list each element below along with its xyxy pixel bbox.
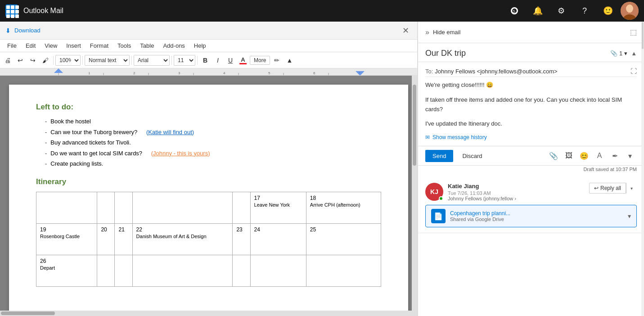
attachment-subtitle: Shared via Google Drive xyxy=(450,217,623,222)
close-editor-button[interactable]: ✕ xyxy=(399,24,412,37)
table-cell xyxy=(115,192,132,223)
signature-icon[interactable]: ✒ xyxy=(608,149,621,163)
download-button[interactable]: Download xyxy=(14,27,41,34)
compose-toolbar: Send Discard 📎 🖼 😊 A ✒ ▾ xyxy=(418,146,644,166)
document-area: Left to do: - Book the hostel - Can we t… xyxy=(0,76,417,316)
email-scrollbar[interactable] xyxy=(641,22,644,316)
table-cell xyxy=(36,192,97,223)
heading-itinerary: Itinerary xyxy=(36,177,381,186)
menu-insert[interactable]: Insert xyxy=(63,41,85,50)
to-field: To: Johnny Fellows <johnny.fellows@outlo… xyxy=(425,66,637,77)
send-button[interactable]: Send xyxy=(425,150,453,162)
show-message-history-button[interactable]: ✉ Show message history xyxy=(425,132,637,142)
svg-text:5: 5 xyxy=(268,71,270,75)
discard-button[interactable]: Discard xyxy=(457,150,487,162)
svg-text:3: 3 xyxy=(178,71,180,75)
insert-image-icon[interactable]: 🖼 xyxy=(562,149,576,163)
table-cell xyxy=(233,192,250,223)
table-cell-24: 24 xyxy=(250,223,306,255)
attachment-filename: Copenhagen trip planni... xyxy=(450,210,623,217)
menu-edit[interactable]: Edit xyxy=(22,41,39,50)
avatar[interactable] xyxy=(621,2,639,20)
todo-list: - Book the hostel - Can we tour the Tubo… xyxy=(45,117,381,168)
itinerary-table: 17 Leave New York 18 Arrive CPH (afterno… xyxy=(36,192,381,287)
envelope-icon: ✉ xyxy=(425,134,430,140)
editor-hscrollbar[interactable] xyxy=(0,311,412,316)
table-cell-26: 26 Depart xyxy=(36,255,97,286)
svg-point-4 xyxy=(626,5,633,13)
text-format-icon[interactable]: A xyxy=(593,149,606,163)
svg-text:6: 6 xyxy=(313,71,315,75)
reply-icon: ↩ xyxy=(594,185,599,191)
svg-text:S: S xyxy=(513,9,515,14)
message-time: Tue 7/26, 11:03 AM xyxy=(448,190,585,196)
menu-file[interactable]: File xyxy=(4,41,20,50)
compose-body[interactable]: We're getting close!!!!!! 😄 If taken off… xyxy=(425,77,637,132)
attachment-expand-icon[interactable]: ▾ xyxy=(628,212,631,220)
print-icon[interactable]: 🖨 xyxy=(2,54,14,66)
online-status-dot xyxy=(439,196,443,201)
italic-button[interactable]: I xyxy=(212,54,224,66)
attachment-count: 📎 1 ▾ xyxy=(610,50,627,57)
editor-panel: ⬇ Download ✕ File Edit View Insert Forma… xyxy=(0,22,418,316)
table-cell-25: 25 xyxy=(306,223,381,255)
table-cell-19: 19 Rosenborg Castle xyxy=(36,223,97,255)
toolbar: 🖨 ↩ ↪ 🖌 100% Normal text Arial 11 B I U xyxy=(0,52,417,68)
menu-view[interactable]: View xyxy=(41,41,61,50)
menu-table[interactable]: Table xyxy=(136,41,158,50)
font-select[interactable]: Arial xyxy=(134,55,170,66)
more-options-icon[interactable]: ▾ xyxy=(623,149,637,163)
expand-email-icon[interactable]: ⬚ xyxy=(630,28,637,36)
reply-action-group: ↩ Reply all ▾ xyxy=(589,183,637,194)
gear-icon[interactable]: ⚙ xyxy=(550,0,572,22)
table-cell-20: 20 xyxy=(97,223,115,255)
list-item: - Book the hostel xyxy=(45,117,381,126)
collapse-toolbar-icon[interactable]: ▲ xyxy=(284,54,295,66)
font-color-button[interactable]: A xyxy=(237,54,249,66)
table-cell xyxy=(233,255,250,286)
emoji-picker-icon[interactable]: 😊 xyxy=(577,149,591,163)
reply-dropdown-button[interactable]: ▾ xyxy=(626,183,637,194)
reply-all-button[interactable]: ↩ Reply all xyxy=(589,183,626,194)
svg-text:2: 2 xyxy=(133,71,135,75)
sender-name: Katie Jiang xyxy=(448,183,585,190)
menu-addons[interactable]: Add-ons xyxy=(159,41,188,50)
list-item: - Do we want to get local SIM cards? (Jo… xyxy=(45,149,381,158)
bold-button[interactable]: B xyxy=(199,54,211,66)
table-cell xyxy=(115,255,132,286)
collapse-email-button[interactable]: ▲ xyxy=(631,50,637,57)
message-recipient: Johnny Fellows (johnny.fellow › xyxy=(448,196,585,201)
attachment-card[interactable]: 📄 Copenhagen trip planni... Shared via G… xyxy=(425,205,637,227)
attachment-doc-icon: 📄 xyxy=(431,209,446,223)
menu-help[interactable]: Help xyxy=(190,41,210,50)
editor-scrollbar[interactable] xyxy=(412,76,417,316)
attach-file-icon[interactable]: 📎 xyxy=(547,149,560,163)
pen-tool-icon[interactable]: ✏ xyxy=(271,54,283,66)
font-size-select[interactable]: 11 xyxy=(174,55,195,66)
more-button[interactable]: More xyxy=(250,56,270,65)
zoom-select[interactable]: 100% xyxy=(55,55,81,66)
list-item: - Create packing lists. xyxy=(45,159,381,168)
undo-icon[interactable]: ↩ xyxy=(14,54,26,66)
help-icon[interactable]: ? xyxy=(574,0,595,22)
redo-icon[interactable]: ↪ xyxy=(27,54,39,66)
chevrons-icon: » xyxy=(425,28,429,36)
menu-format[interactable]: Format xyxy=(86,41,112,50)
emoji-icon[interactable]: 🙂 xyxy=(597,0,619,22)
main-layout: ⬇ Download ✕ File Edit View Insert Forma… xyxy=(0,22,644,316)
bell-icon[interactable]: 🔔 xyxy=(527,0,549,22)
app-grid-icon[interactable] xyxy=(5,5,18,17)
svg-text:1: 1 xyxy=(88,71,90,75)
expand-compose-icon[interactable]: ⛶ xyxy=(630,68,637,75)
hide-email-button[interactable]: Hide email xyxy=(433,29,460,36)
underline-button[interactable]: U xyxy=(225,54,236,66)
paint-format-icon[interactable]: 🖌 xyxy=(40,54,51,66)
skype-icon[interactable]: S xyxy=(504,0,525,22)
table-cell xyxy=(97,192,115,223)
svg-text:4: 4 xyxy=(223,71,225,75)
text-style-select[interactable]: Normal text xyxy=(85,55,130,66)
app-title: Outlook Mail xyxy=(23,7,498,15)
to-address: Johnny Fellows <johnny.fellows@outlook.c… xyxy=(435,68,557,75)
chevron-down-icon[interactable]: ▾ xyxy=(624,50,627,57)
menu-tools[interactable]: Tools xyxy=(114,41,135,50)
